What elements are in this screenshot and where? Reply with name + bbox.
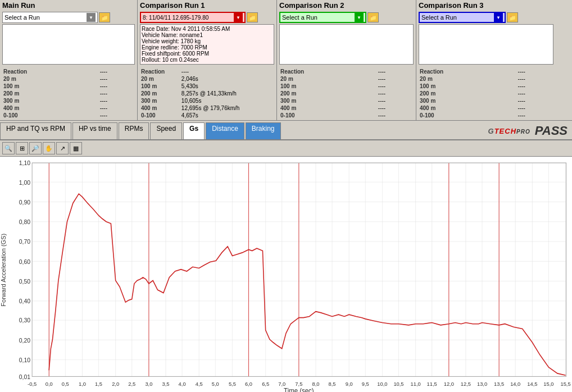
- svg-text:15,0: 15,0: [543, 381, 553, 387]
- svg-text:11,0: 11,0: [411, 381, 421, 387]
- svg-text:4,0: 4,0: [179, 381, 186, 387]
- comp2-title: Comparison Run 2: [277, 0, 416, 11]
- svg-text:0,60: 0,60: [19, 258, 30, 265]
- svg-text:Forward Acceleration (GS): Forward Acceleration (GS): [1, 234, 7, 307]
- svg-text:14,0: 14,0: [510, 381, 520, 387]
- comp1-select[interactable]: 8: 11/04/11 12.695-179.80 ▼: [140, 12, 246, 23]
- svg-text:0,30: 0,30: [19, 317, 30, 323]
- tool-cursor[interactable]: ↗: [56, 142, 69, 154]
- comp1-metrics: Reaction---- 20 m2,046s 100 m5,430s 200 …: [138, 66, 276, 120]
- comp3-metrics: Reaction---- 20 m---- 100 m---- 200 m---…: [416, 66, 556, 120]
- gtech-logo: GTECHPRO: [488, 127, 530, 135]
- svg-text:0,40: 0,40: [19, 298, 30, 304]
- svg-text:12,0: 12,0: [444, 381, 454, 387]
- svg-text:-0,5: -0,5: [28, 381, 37, 387]
- comp1-select-text: 8: 11/04/11 12.695-179.80: [143, 15, 208, 21]
- comp1-data-line2: Vehicle Name: noname1: [142, 32, 273, 38]
- comp3-dropdown-arrow[interactable]: ▼: [494, 13, 503, 22]
- svg-text:0,20: 0,20: [19, 336, 30, 343]
- comp3-select[interactable]: Select a Run ▼: [419, 12, 506, 23]
- svg-text:9,0: 9,0: [346, 381, 353, 387]
- comp1-data-area: Race Date: Nov 4 2011 0:58:55 AM Vehicle…: [140, 24, 274, 65]
- comp1-dropdown-arrow[interactable]: ▼: [234, 13, 243, 22]
- tool-pan[interactable]: ✋: [43, 142, 55, 154]
- tab-hp-time[interactable]: HP vs time: [72, 122, 117, 139]
- tab-hp-tq-rpm[interactable]: HP and TQ vs RPM: [0, 122, 71, 139]
- comp3-title: Comparison Run 3: [416, 0, 556, 11]
- tool-grid[interactable]: ▦: [70, 142, 82, 154]
- pass-text: PASS: [535, 124, 568, 138]
- chart-svg: 1,10 1,00 0,90 0,80 0,70 0,60 0,50 0,40 …: [0, 157, 572, 392]
- svg-rect-0: [0, 157, 572, 392]
- svg-text:11,5: 11,5: [427, 381, 437, 387]
- tabs-bar: HP and TQ vs RPM HP vs time RPMs Speed G…: [0, 121, 572, 140]
- comp1-data-line5: Fixed shiftpoint: 6000 RPM: [142, 51, 273, 57]
- svg-text:1,5: 1,5: [95, 381, 102, 387]
- tool-zoom-box[interactable]: ⊞: [16, 142, 28, 154]
- svg-text:1,10: 1,10: [19, 159, 30, 166]
- comp2-select[interactable]: Select a Run ▼: [279, 12, 366, 23]
- comp1-title: Comparison Run 1: [138, 0, 276, 11]
- svg-text:10,0: 10,0: [377, 381, 387, 387]
- main-run-dropdown-arrow[interactable]: ▼: [87, 13, 96, 22]
- chart-container: 1,10 1,00 0,90 0,80 0,70 0,60 0,50 0,40 …: [0, 157, 572, 392]
- svg-text:1,0: 1,0: [79, 381, 86, 387]
- comp2-folder-icon[interactable]: 📁: [367, 12, 379, 22]
- comp3-folder-icon[interactable]: 📁: [507, 12, 518, 22]
- main-run-data-area: [2, 24, 135, 65]
- svg-text:0,90: 0,90: [19, 199, 30, 206]
- tab-braking[interactable]: Braking: [246, 122, 281, 139]
- svg-text:0,01: 0,01: [19, 373, 30, 380]
- tab-gs[interactable]: Gs: [183, 122, 205, 139]
- comp3-data-area: [419, 24, 553, 65]
- svg-text:6,5: 6,5: [262, 381, 269, 387]
- svg-text:2,5: 2,5: [128, 381, 135, 387]
- svg-text:1,00: 1,00: [19, 179, 30, 185]
- svg-text:12,5: 12,5: [461, 381, 471, 387]
- comp1-data-line1: Race Date: Nov 4 2011 0:58:55 AM: [142, 26, 273, 32]
- svg-text:7,5: 7,5: [295, 381, 302, 387]
- svg-text:14,5: 14,5: [527, 381, 537, 387]
- tab-rpms[interactable]: RPMs: [119, 122, 149, 139]
- main-run-metrics: Reaction---- 20 m---- 100 m---- 200 m---…: [0, 66, 137, 120]
- svg-text:0,5: 0,5: [62, 381, 69, 387]
- tab-speed[interactable]: Speed: [150, 122, 182, 139]
- svg-text:0,80: 0,80: [19, 218, 30, 225]
- svg-text:13,0: 13,0: [477, 381, 487, 387]
- tool-zoom-out[interactable]: 🔎: [29, 142, 42, 154]
- svg-text:7,0: 7,0: [278, 381, 285, 387]
- main-run-select[interactable]: Select a Run ▼: [2, 12, 98, 23]
- comp3-select-text: Select a Run: [421, 14, 457, 21]
- toolbar: 🔍 ⊞ 🔎 ✋ ↗ ▦: [0, 140, 572, 157]
- svg-text:9,5: 9,5: [362, 381, 369, 387]
- svg-text:0,70: 0,70: [19, 238, 30, 245]
- svg-text:0,50: 0,50: [19, 278, 30, 285]
- tab-distance[interactable]: Distance: [206, 122, 244, 139]
- svg-text:13,5: 13,5: [494, 381, 504, 387]
- svg-text:8,5: 8,5: [329, 381, 336, 387]
- svg-text:0,10: 0,10: [19, 357, 30, 363]
- comp1-data-line3: Vehicle weight: 1780 kg: [142, 38, 273, 44]
- svg-text:3,5: 3,5: [162, 381, 170, 387]
- comp2-select-text: Select a Run: [282, 14, 317, 21]
- comp1-data-line6: Rollout: 10 cm 0.24sec: [142, 57, 273, 63]
- comp1-folder-icon[interactable]: 📁: [247, 12, 258, 22]
- comp1-data-line4: Engine redline: 7000 RPM: [142, 44, 273, 51]
- main-run-title: Main Run: [0, 0, 137, 11]
- comp2-data-area: [279, 24, 414, 65]
- svg-text:5,0: 5,0: [212, 381, 219, 387]
- comp2-dropdown-arrow[interactable]: ▼: [355, 13, 364, 22]
- svg-text:0,0: 0,0: [46, 381, 53, 387]
- svg-text:6,0: 6,0: [245, 381, 252, 387]
- comp2-metrics: Reaction---- 20 m---- 100 m---- 200 m---…: [277, 66, 416, 120]
- svg-text:4,5: 4,5: [196, 381, 203, 387]
- svg-text:15,5: 15,5: [560, 381, 570, 387]
- logo-area: GTECHPRO PASS: [484, 122, 572, 139]
- svg-text:8,0: 8,0: [312, 381, 319, 387]
- main-run-select-text: Select a Run: [4, 14, 40, 21]
- main-run-folder-icon[interactable]: 📁: [99, 12, 110, 22]
- svg-text:Time (sec): Time (sec): [284, 387, 314, 392]
- svg-text:3,0: 3,0: [145, 381, 152, 387]
- svg-text:5,5: 5,5: [229, 381, 236, 387]
- tool-zoom-in[interactable]: 🔍: [2, 142, 15, 154]
